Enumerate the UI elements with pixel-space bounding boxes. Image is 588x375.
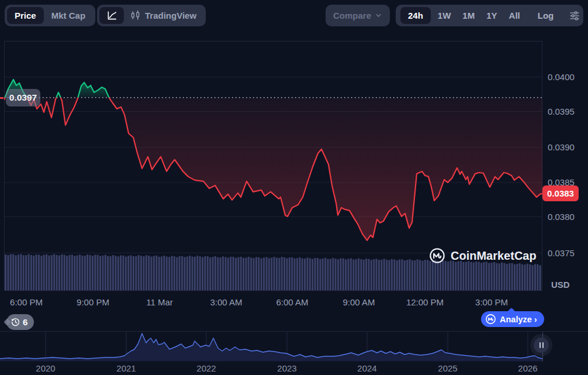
year-tick: 2025: [427, 363, 468, 373]
coinmarketcap-chart-page: { "toolbar": { "chart_type": { "items": …: [0, 0, 588, 375]
year-tick: 2023: [267, 363, 307, 373]
analyze-button[interactable]: Analyze ›: [481, 311, 544, 327]
history-count: 6: [23, 317, 27, 327]
current-price-badge: 0.0383: [542, 185, 579, 201]
year-tick: 2026: [507, 363, 548, 373]
open-price-tick: [0, 97, 4, 99]
history-replay-button[interactable]: 6: [6, 314, 34, 330]
analyze-label: Analyze: [500, 315, 532, 324]
history-clock-icon: [11, 317, 20, 327]
year-tick: 2020: [25, 363, 66, 373]
chevron-right-icon: ›: [534, 314, 537, 324]
coinmarketcap-logo-icon: [485, 314, 496, 325]
year-tick: 2021: [106, 363, 147, 373]
minimap-brush-handle[interactable]: [534, 338, 549, 353]
year-tick: 2022: [186, 363, 227, 373]
open-price-label: 0.0397: [6, 89, 40, 106]
year-tick: 2024: [347, 363, 388, 373]
